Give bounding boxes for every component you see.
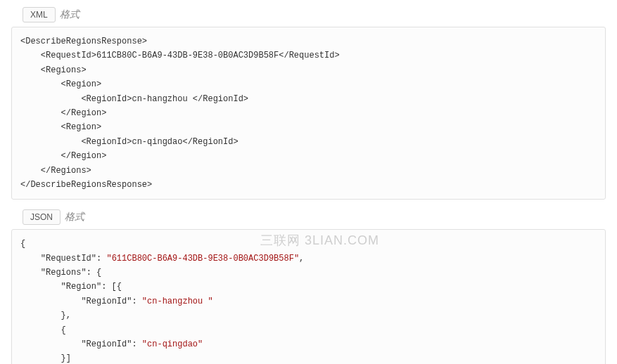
- json-val-qingdao: "cn-qingdao": [142, 339, 203, 349]
- json-val-requestid: "611CB80C-B6A9-43DB-9E38-0B0AC3D9B58F": [106, 254, 299, 264]
- xml-format-row: XML 格式: [23, 7, 610, 22]
- json-key-regionid-1: "RegionId": [81, 297, 132, 306]
- json-code-block: { "RequestId": "611CB80C-B6A9-43DB-9E38-…: [11, 229, 606, 364]
- xml-format-label: 格式: [60, 8, 79, 21]
- json-key-regions: "Regions": [41, 268, 87, 278]
- json-val-hangzhou: "cn-hangzhou ": [142, 297, 213, 306]
- xml-button[interactable]: XML: [23, 7, 56, 22]
- json-format-label: 格式: [65, 211, 84, 223]
- json-key-region: "Region": [61, 282, 102, 292]
- json-button[interactable]: JSON: [23, 209, 61, 225]
- json-format-row: JSON 格式: [23, 209, 610, 225]
- json-key-requestid: "RequestId": [41, 254, 96, 264]
- json-key-regionid-2: "RegionId": [81, 339, 132, 349]
- xml-code-block: <DescribeRegionsResponse> <RequestId>611…: [11, 27, 606, 200]
